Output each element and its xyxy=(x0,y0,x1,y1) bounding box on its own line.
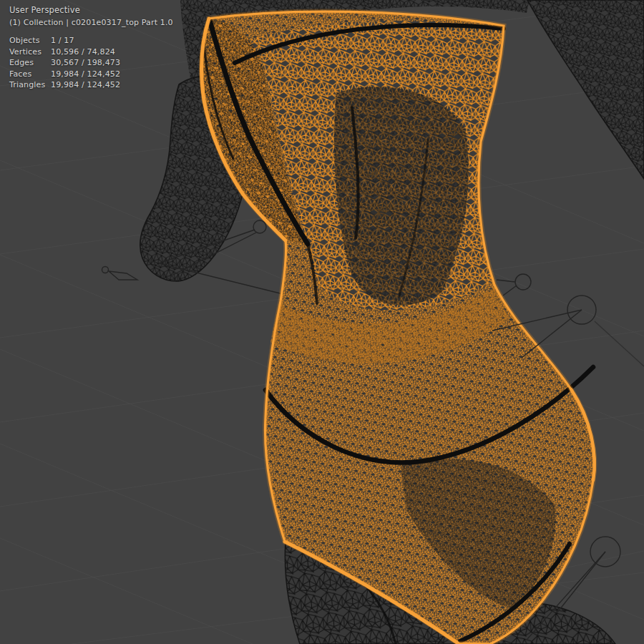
bone-hip-small[interactable] xyxy=(497,274,531,296)
garment-mesh-object-selected[interactable] xyxy=(202,11,595,644)
viewport-canvas[interactable] xyxy=(0,0,644,644)
blender-3d-viewport[interactable]: User Perspective (1) Collection | c0201e… xyxy=(0,0,644,644)
bone-hand-tip[interactable] xyxy=(102,267,138,280)
body-raised-arm-mesh xyxy=(527,0,644,179)
